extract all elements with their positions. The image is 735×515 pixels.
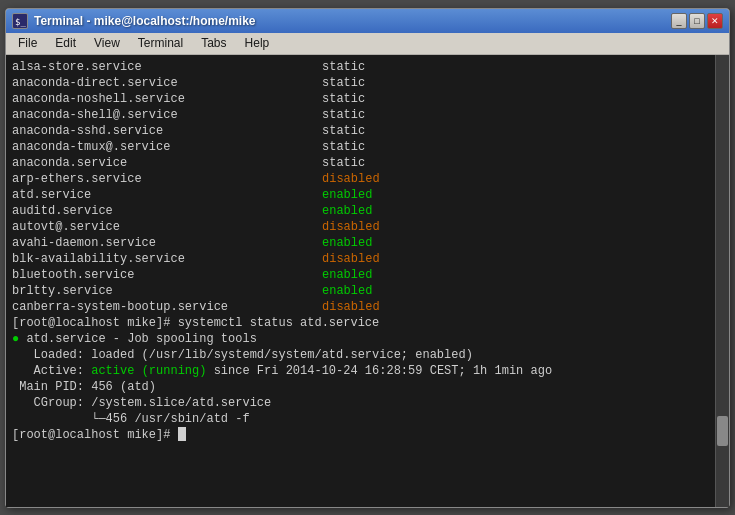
menubar: File Edit View Terminal Tabs Help: [6, 33, 729, 55]
terminal-icon: $_: [12, 13, 28, 29]
list-item: avahi-daemon.serviceenabled: [12, 235, 707, 251]
window-title: Terminal - mike@localhost:/home/mike: [34, 14, 665, 28]
svg-text:$_: $_: [15, 17, 26, 27]
list-item: atd.serviceenabled: [12, 187, 707, 203]
list-item: anaconda-tmux@.servicestatic: [12, 139, 707, 155]
active-line: Active: active (running) since Fri 2014-…: [12, 363, 707, 379]
cgroup-label-line: CGroup: /system.slice/atd.service: [12, 395, 707, 411]
list-item: arp-ethers.servicedisabled: [12, 171, 707, 187]
menu-terminal[interactable]: Terminal: [130, 34, 191, 52]
list-item: anaconda.servicestatic: [12, 155, 707, 171]
menu-file[interactable]: File: [10, 34, 45, 52]
final-prompt-line: [root@localhost mike]#: [12, 427, 707, 443]
list-item: anaconda-sshd.servicestatic: [12, 123, 707, 139]
cgroup-entry-line: └─456 /usr/sbin/atd -f: [12, 411, 707, 427]
minimize-button[interactable]: _: [671, 13, 687, 29]
list-item: alsa-store.servicestatic: [12, 59, 707, 75]
list-item: canberra-system-bootup.servicedisabled: [12, 299, 707, 315]
loaded-line: Loaded: loaded (/usr/lib/systemd/system/…: [12, 347, 707, 363]
menu-tabs[interactable]: Tabs: [193, 34, 234, 52]
terminal-body[interactable]: alsa-store.servicestatic anaconda-direct…: [6, 55, 729, 507]
close-button[interactable]: ✕: [707, 13, 723, 29]
cursor: [178, 427, 186, 441]
list-item: anaconda-shell@.servicestatic: [12, 107, 707, 123]
scrollbar-thumb[interactable]: [717, 416, 728, 446]
status-dot-line: ● atd.service - Job spooling tools: [12, 331, 707, 347]
list-item: blk-availability.servicedisabled: [12, 251, 707, 267]
list-item: bluetooth.serviceenabled: [12, 267, 707, 283]
list-item: anaconda-noshell.servicestatic: [12, 91, 707, 107]
pid-line: Main PID: 456 (atd): [12, 379, 707, 395]
list-item: autovt@.servicedisabled: [12, 219, 707, 235]
maximize-button[interactable]: □: [689, 13, 705, 29]
scrollbar[interactable]: [715, 55, 729, 507]
list-item: brltty.serviceenabled: [12, 283, 707, 299]
menu-edit[interactable]: Edit: [47, 34, 84, 52]
command-line: [root@localhost mike]# systemctl status …: [12, 315, 707, 331]
terminal-window: $_ Terminal - mike@localhost:/home/mike …: [5, 8, 730, 508]
menu-help[interactable]: Help: [237, 34, 278, 52]
window-controls: _ □ ✕: [671, 13, 723, 29]
list-item: auditd.serviceenabled: [12, 203, 707, 219]
list-item: anaconda-direct.servicestatic: [12, 75, 707, 91]
menu-view[interactable]: View: [86, 34, 128, 52]
titlebar: $_ Terminal - mike@localhost:/home/mike …: [6, 9, 729, 33]
terminal-content: alsa-store.servicestatic anaconda-direct…: [12, 59, 723, 443]
